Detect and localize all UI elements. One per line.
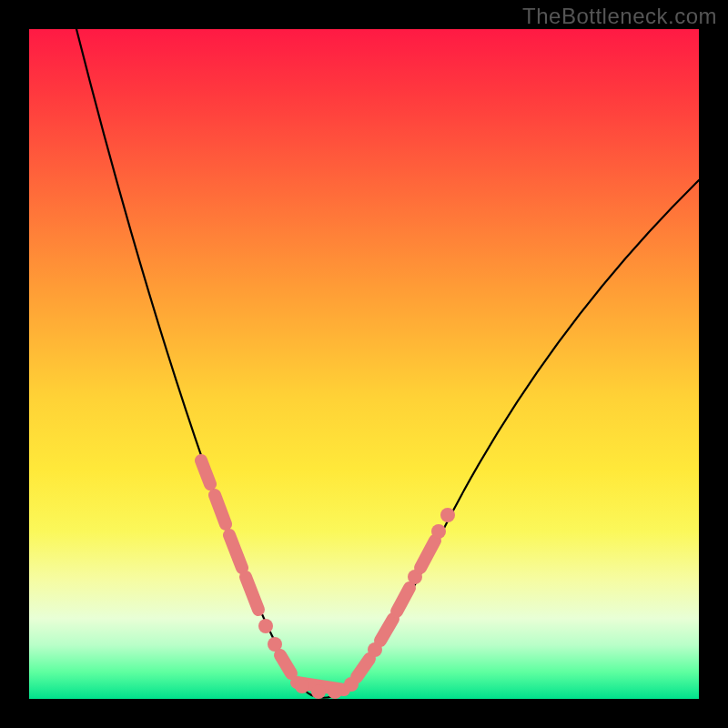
marker-dot [295,679,309,693]
marker-seg [280,655,291,673]
chart-svg [29,29,699,699]
plot-area [29,29,699,699]
marker-seg [201,460,210,484]
marker-seg [357,659,369,677]
marker-group [201,460,455,699]
chart-frame: TheBottleneck.com [0,0,728,728]
marker-dot [431,524,446,539]
marker-dot [328,684,342,699]
marker-seg [380,619,393,641]
marker-seg [246,577,258,610]
marker-seg [397,588,410,612]
marker-seg [420,541,435,568]
marker-dot [440,508,455,522]
bottleneck-curve [76,29,699,698]
marker-seg [229,535,242,568]
marker-dot [311,684,326,699]
watermark-text: TheBottleneck.com [522,4,717,29]
marker-dot [258,619,273,633]
marker-seg [215,495,226,524]
